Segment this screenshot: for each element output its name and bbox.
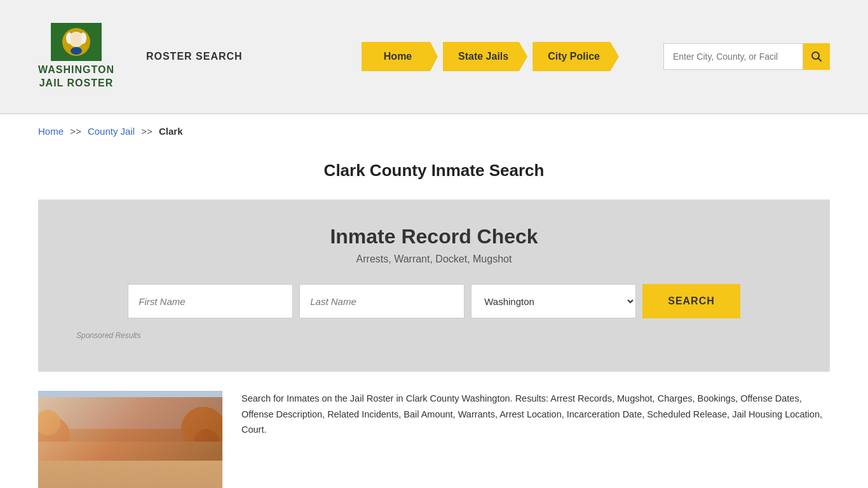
inmate-search-button[interactable]: SEARCH xyxy=(642,284,740,318)
building-image-placeholder xyxy=(38,391,222,488)
svg-rect-9 xyxy=(38,391,222,488)
page-title: Clark County Inmate Search xyxy=(0,161,868,180)
inmate-search-row: Washington Alabama Alaska Arizona Arkans… xyxy=(76,284,792,318)
logo-title-line1: WASHINGTON xyxy=(38,64,114,75)
inmate-search-box: Inmate Record Check Arrests, Warrant, Do… xyxy=(38,200,830,372)
breadcrumb-county-jail-link[interactable]: County Jail xyxy=(88,126,135,137)
logo-title: WASHINGTON JAIL ROSTER xyxy=(38,64,114,90)
svg-point-26 xyxy=(194,429,219,454)
nav-home-button[interactable]: Home xyxy=(362,42,438,71)
svg-rect-18 xyxy=(121,477,137,488)
state-flag-icon xyxy=(51,23,102,61)
site-header: WASHINGTON JAIL ROSTER ROSTER SEARCH Hom… xyxy=(0,0,868,114)
search-icon xyxy=(811,51,822,62)
svg-line-8 xyxy=(818,58,822,62)
description-text: Search for Inmates on the Jail Roster in… xyxy=(241,391,830,438)
svg-rect-19 xyxy=(146,477,162,488)
svg-rect-13 xyxy=(95,448,111,467)
svg-rect-11 xyxy=(57,429,184,442)
inmate-record-check-heading: Inmate Record Check xyxy=(76,225,792,248)
breadcrumb: Home >> County Jail >> Clark xyxy=(0,114,868,148)
header-search-input[interactable] xyxy=(663,43,803,70)
svg-rect-24 xyxy=(200,442,205,473)
nav-state-jails-button[interactable]: State Jails xyxy=(443,42,527,71)
roster-search-label: ROSTER SEARCH xyxy=(146,51,243,62)
building-scene-svg xyxy=(38,391,222,488)
svg-point-25 xyxy=(38,410,60,435)
svg-rect-22 xyxy=(48,448,53,473)
header-search-area xyxy=(663,43,830,70)
header-search-button[interactable] xyxy=(803,43,830,70)
svg-point-3 xyxy=(71,47,82,55)
nav-city-police-button[interactable]: City Police xyxy=(532,42,619,71)
logo-title-line2: JAIL ROSTER xyxy=(39,78,114,88)
svg-rect-12 xyxy=(70,448,86,467)
state-select[interactable]: Washington Alabama Alaska Arizona Arkans… xyxy=(471,284,636,318)
main-nav: Home State Jails City Police xyxy=(362,42,619,71)
breadcrumb-current: Clark xyxy=(159,126,183,137)
svg-rect-17 xyxy=(95,477,111,488)
svg-point-23 xyxy=(181,407,222,451)
bottom-section: Search for Inmates on the Jail Roster in… xyxy=(38,391,830,488)
svg-point-6 xyxy=(71,32,82,46)
breadcrumb-sep2: >> xyxy=(141,126,153,137)
last-name-input[interactable] xyxy=(299,284,465,318)
svg-rect-10 xyxy=(57,429,184,488)
svg-point-21 xyxy=(38,416,70,454)
svg-rect-14 xyxy=(121,448,137,467)
breadcrumb-sep1: >> xyxy=(70,126,81,137)
inmate-record-subtitle: Arrests, Warrant, Docket, Mugshot xyxy=(76,254,792,265)
first-name-input[interactable] xyxy=(128,284,293,318)
logo-area: WASHINGTON JAIL ROSTER xyxy=(38,23,114,90)
building-image xyxy=(38,391,222,488)
breadcrumb-home-link[interactable]: Home xyxy=(38,126,64,137)
svg-rect-16 xyxy=(70,477,86,488)
sponsored-label: Sponsored Results xyxy=(76,331,792,340)
svg-rect-15 xyxy=(146,448,162,467)
